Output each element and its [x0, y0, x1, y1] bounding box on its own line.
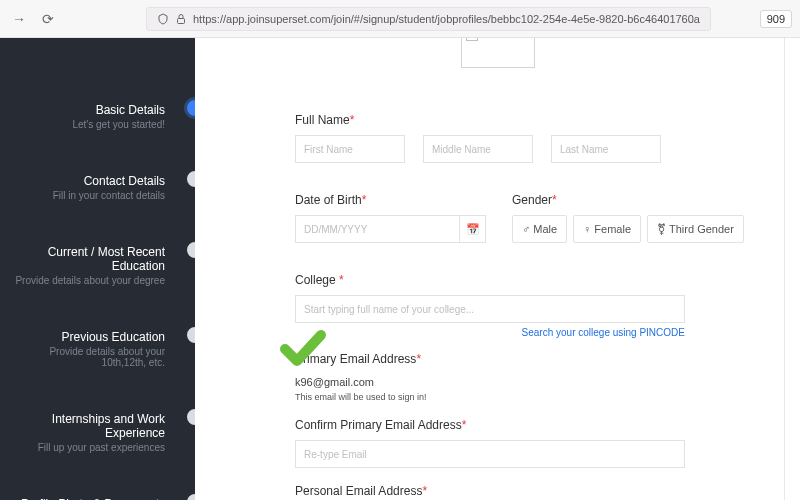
male-icon: ♂: [522, 223, 530, 235]
gender-male-button[interactable]: ♂Male: [512, 215, 567, 243]
step-profile-photo[interactable]: Profile Photo & Documents Upload profile…: [0, 487, 195, 500]
step-title: Contact Details: [6, 174, 165, 188]
right-border: [784, 38, 785, 500]
main-form: Full Name* Date of Birth* 📅 Gender*: [195, 38, 800, 500]
college-label: College *: [295, 273, 685, 287]
calendar-icon: 📅: [466, 223, 480, 236]
forward-button[interactable]: →: [8, 9, 30, 29]
last-name-input[interactable]: [551, 135, 661, 163]
step-subtitle: Provide details about your degree: [6, 275, 165, 286]
url-text: https://app.joinsuperset.com/join/#/sign…: [193, 13, 700, 25]
gender-female-button[interactable]: ♀Female: [573, 215, 641, 243]
zoom-indicator[interactable]: 909: [760, 10, 792, 28]
step-internships[interactable]: Internships and Work Experience Fill up …: [0, 402, 195, 463]
primary-email-hint: This email will be used to sign in!: [295, 392, 427, 402]
step-subtitle: Fill up your past experiences: [6, 442, 165, 453]
transgender-icon: ⚧: [657, 223, 666, 236]
confirm-email-label: Confirm Primary Email Address*: [295, 418, 685, 432]
dob-input[interactable]: [295, 215, 460, 243]
browser-chrome: → ⟳ https://app.joinsuperset.com/join/#/…: [0, 0, 800, 38]
step-contact-details[interactable]: Contact Details Fill in your contact det…: [0, 164, 195, 211]
full-name-label: Full Name*: [295, 113, 661, 127]
sidebar: Basic Details Let's get you started! Con…: [0, 38, 195, 500]
step-title: Current / Most Recent Education: [6, 245, 165, 273]
first-name-input[interactable]: [295, 135, 405, 163]
url-bar[interactable]: https://app.joinsuperset.com/join/#/sign…: [146, 7, 711, 31]
primary-email-value: k96@gmail.com: [295, 376, 427, 388]
personal-email-label: Personal Email Address*: [295, 484, 685, 498]
college-input[interactable]: [295, 295, 685, 323]
reload-button[interactable]: ⟳: [38, 9, 58, 29]
step-subtitle: Fill in your contact details: [6, 190, 165, 201]
gender-third-button[interactable]: ⚧Third Gender: [647, 215, 744, 243]
dob-label: Date of Birth*: [295, 193, 486, 207]
step-current-education[interactable]: Current / Most Recent Education Provide …: [0, 235, 195, 296]
female-icon: ♀: [583, 223, 591, 235]
calendar-button[interactable]: 📅: [460, 215, 486, 243]
shield-icon: [157, 13, 169, 25]
step-subtitle: Provide details about your 10th,12th, et…: [6, 346, 165, 368]
middle-name-input[interactable]: [423, 135, 533, 163]
step-previous-education[interactable]: Previous Education Provide details about…: [0, 320, 195, 378]
step-title: Internships and Work Experience: [6, 412, 165, 440]
photo-placeholder[interactable]: [461, 38, 535, 68]
step-title: Basic Details: [6, 103, 165, 117]
gender-label: Gender*: [512, 193, 744, 207]
lock-icon: [175, 13, 187, 25]
step-basic-details[interactable]: Basic Details Let's get you started!: [0, 93, 195, 140]
svg-rect-0: [178, 18, 185, 23]
step-title: Previous Education: [6, 330, 165, 344]
pincode-link[interactable]: Search your college using PINCODE: [295, 327, 685, 338]
step-subtitle: Let's get you started!: [6, 119, 165, 130]
confirm-email-input[interactable]: [295, 440, 685, 468]
primary-email-label: Primary Email Address*: [295, 352, 427, 366]
